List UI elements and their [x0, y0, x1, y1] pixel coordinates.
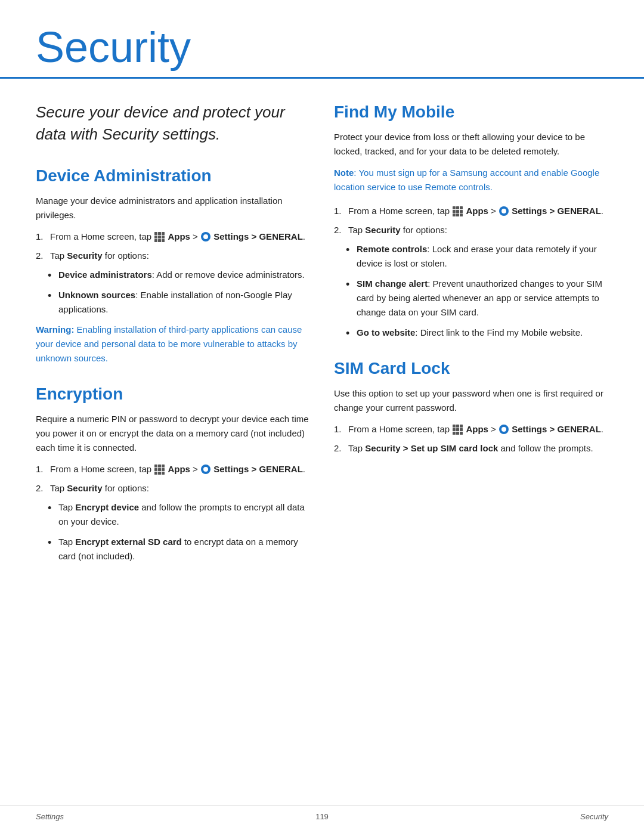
footer-center: 119 — [315, 812, 329, 821]
page-container: Security Secure your device and protect … — [0, 0, 644, 833]
bullet-text: : Add or remove device administrators. — [152, 270, 305, 280]
bullet-item: SIM change alert: Prevent unauthorized c… — [346, 277, 608, 320]
step-num: 1. — [36, 230, 48, 244]
bullet-bold: Unknown sources — [58, 290, 135, 300]
bullet-bold: Encrypt external SD card — [75, 537, 181, 547]
apps-icon — [453, 425, 463, 435]
settings-icon — [499, 206, 509, 216]
sim-card-lock-step2: 2. Tap Security > Set up SIM card lock a… — [334, 441, 608, 456]
step-content: From a Home screen, tap Apps > Settings … — [50, 230, 310, 244]
find-my-mobile-bullets: Remote controls: Lock and erase your dat… — [346, 242, 608, 340]
step-content: Tap Security for options: — [50, 249, 310, 263]
step-content: Tap Security > Set up SIM card lock and … — [348, 441, 608, 456]
device-administration-intro: Manage your device administrators and ap… — [36, 194, 310, 222]
device-admin-bullets: Device administrators: Add or remove dev… — [48, 268, 310, 317]
bullet-bold: Remote controls — [357, 244, 427, 254]
bullet-bold: Go to website — [357, 327, 415, 337]
encryption-title: Encryption — [36, 385, 310, 404]
section-sim-card-lock: SIM Card Lock Use this option to set up … — [334, 359, 608, 456]
device-admin-step2: 2. Tap Security for options: — [36, 249, 310, 263]
bullet-item: Device administrators: Add or remove dev… — [48, 268, 310, 282]
apps-icon — [154, 465, 165, 475]
encryption-bullets: Tap Encrypt device and follow the prompt… — [48, 500, 310, 563]
find-my-mobile-note: Note: You must sign up for a Samsung acc… — [334, 166, 608, 194]
device-admin-step1: 1. From a Home screen, tap Apps > Settin… — [36, 230, 310, 244]
settings-icon — [201, 232, 210, 241]
content-area: Secure your device and protect your data… — [0, 97, 644, 583]
section-encryption: Encryption Require a numeric PIN or pass… — [36, 385, 310, 563]
warning-label: Warning: — [36, 324, 74, 335]
step-num: 1. — [36, 462, 48, 476]
bullet-item: Remote controls: Lock and erase your dat… — [346, 242, 608, 271]
bullet-bold: Device administrators — [58, 270, 152, 280]
step-content: From a Home screen, tap Apps > Settings … — [348, 204, 608, 218]
sim-card-lock-step1: 1. From a Home screen, tap Apps > Settin… — [334, 422, 608, 436]
note-text: : You must sign up for a Samsung account… — [334, 168, 599, 192]
step-num: 1. — [334, 204, 346, 218]
page-footer: Settings 119 Security — [0, 806, 644, 821]
encryption-intro: Require a numeric PIN or password to dec… — [36, 412, 310, 455]
bullet-bold: SIM change alert — [357, 278, 428, 289]
bullet-item: Unknown sources: Enable installation of … — [48, 288, 310, 317]
step-content: Tap Security for options: — [348, 223, 608, 237]
sim-card-lock-intro: Use this option to set up your password … — [334, 386, 608, 415]
step-num: 2. — [36, 481, 48, 496]
step-num: 2. — [334, 441, 346, 456]
step-num: 2. — [334, 223, 346, 237]
section-find-my-mobile: Find My Mobile Protect your device from … — [334, 103, 608, 340]
warning-text: Enabling installation of third-party app… — [36, 324, 302, 363]
device-administration-title: Device Administration — [36, 166, 310, 185]
apps-icon — [154, 232, 165, 242]
find-my-mobile-step1: 1. From a Home screen, tap Apps > Settin… — [334, 204, 608, 218]
sim-card-lock-title: SIM Card Lock — [334, 359, 608, 378]
apps-icon — [453, 206, 463, 216]
encryption-step1: 1. From a Home screen, tap Apps > Settin… — [36, 462, 310, 476]
step-content: From a Home screen, tap Apps > Settings … — [50, 462, 310, 476]
bullet-bold: Encrypt device — [75, 502, 139, 512]
device-admin-warning: Warning: Enabling installation of third-… — [36, 323, 310, 366]
page-title: Security — [36, 24, 608, 71]
bullet-item: Tap Encrypt external SD card to encrypt … — [48, 535, 310, 563]
encryption-step2: 2. Tap Security for options: — [36, 481, 310, 496]
step-content: Tap Security for options: — [50, 481, 310, 496]
settings-icon — [499, 425, 509, 434]
step-num: 2. — [36, 249, 48, 263]
find-my-mobile-title: Find My Mobile — [334, 103, 608, 122]
right-column: Find My Mobile Protect your device from … — [334, 97, 608, 583]
footer-left: Settings — [36, 812, 64, 821]
page-subtitle: Secure your device and protect your data… — [36, 101, 310, 145]
find-my-mobile-intro: Protect your device from loss or theft a… — [334, 130, 608, 159]
page-header: Security — [0, 0, 644, 79]
find-my-mobile-step2: 2. Tap Security for options: — [334, 223, 608, 237]
bullet-item: Go to website: Direct link to the Find m… — [346, 326, 608, 340]
step-content: From a Home screen, tap Apps > Settings … — [348, 422, 608, 436]
section-device-administration: Device Administration Manage your device… — [36, 166, 310, 366]
bullet-text: : Direct link to the Find my Mobile webs… — [415, 327, 583, 337]
note-label: Note — [334, 168, 354, 178]
step-num: 1. — [334, 422, 346, 436]
footer-right: Security — [580, 812, 608, 821]
left-column: Secure your device and protect your data… — [36, 97, 310, 583]
settings-icon — [201, 465, 210, 474]
bullet-item: Tap Encrypt device and follow the prompt… — [48, 500, 310, 529]
